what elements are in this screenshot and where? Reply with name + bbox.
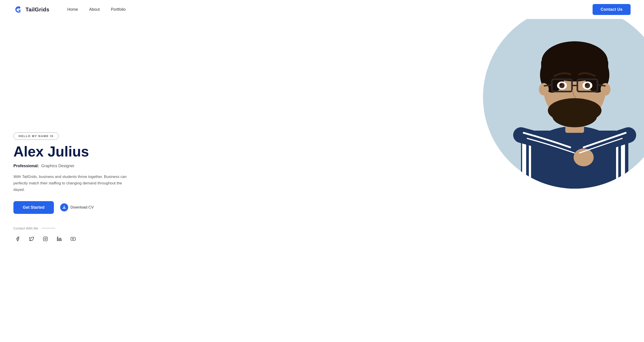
- download-cv-label: Download CV: [70, 205, 94, 210]
- svg-marker-5: [73, 238, 74, 240]
- svg-point-31: [586, 84, 587, 85]
- navbar: TailGrids Home About Portfolio Contact U…: [0, 0, 644, 19]
- hero-profession: Professional: Graphics Designer: [14, 164, 130, 168]
- logo-link[interactable]: TailGrids: [14, 5, 50, 14]
- nav-item-portfolio[interactable]: Portfolio: [111, 7, 126, 12]
- facebook-icon[interactable]: [14, 235, 22, 243]
- svg-point-4: [57, 237, 58, 237]
- twitter-icon[interactable]: [27, 235, 36, 243]
- nav-item-home[interactable]: Home: [67, 7, 78, 12]
- hero-image-wrap: [290, 19, 644, 342]
- nav-link-home[interactable]: Home: [67, 7, 78, 12]
- download-cv-button[interactable]: Download CV: [60, 203, 94, 211]
- svg-point-28: [559, 83, 564, 88]
- hero-actions: Get Started Download CV: [14, 201, 130, 214]
- social-icons: [14, 235, 130, 243]
- svg-rect-18: [541, 61, 608, 75]
- nav-links: Home About Portfolio: [67, 7, 126, 12]
- nav-link-portfolio[interactable]: Portfolio: [111, 7, 126, 12]
- svg-point-0: [14, 5, 23, 14]
- profession-label: Professional:: [14, 164, 39, 168]
- hero-content: HELLO MY NAME IS Alex Julius Professiona…: [14, 128, 130, 243]
- instagram-icon[interactable]: [41, 235, 50, 243]
- contact-section: Contact With Me: [14, 226, 130, 243]
- svg-point-30: [560, 84, 562, 85]
- hero-name: Alex Julius: [14, 144, 130, 159]
- hero-person-svg: [483, 19, 644, 189]
- download-icon: [60, 203, 68, 211]
- svg-point-29: [585, 83, 590, 88]
- nav-item-about[interactable]: About: [89, 7, 100, 12]
- hero-description: With TailGrids, business and students th…: [14, 174, 130, 193]
- hero-circle-bg: [483, 19, 644, 189]
- svg-point-33: [552, 105, 597, 127]
- contact-label: Contact With Me: [14, 226, 130, 230]
- logo-text: TailGrids: [26, 6, 50, 13]
- svg-rect-1: [44, 237, 48, 241]
- hero-section: HELLO MY NAME IS Alex Julius Professiona…: [0, 19, 644, 342]
- contact-us-button[interactable]: Contact Us: [592, 4, 630, 15]
- linkedin-icon[interactable]: [55, 235, 64, 243]
- logo-icon: [14, 5, 23, 14]
- svg-rect-3: [57, 238, 58, 241]
- hello-badge: HELLO MY NAME IS: [14, 132, 59, 140]
- youtube-icon[interactable]: [69, 235, 77, 243]
- profession-value: Graphics Designer: [41, 164, 74, 168]
- nav-link-about[interactable]: About: [89, 7, 100, 12]
- nav-left: TailGrids Home About Portfolio: [14, 5, 126, 14]
- get-started-button[interactable]: Get Started: [14, 201, 54, 214]
